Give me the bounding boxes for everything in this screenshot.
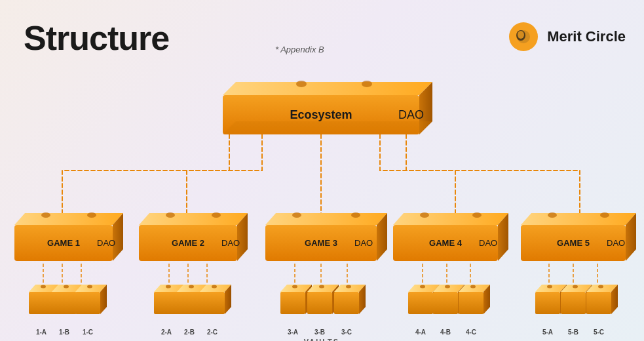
svg-point-50 bbox=[41, 285, 46, 289]
svg-marker-34 bbox=[393, 213, 508, 225]
svg-point-22 bbox=[166, 212, 175, 218]
svg-rect-47 bbox=[29, 292, 54, 314]
svg-point-85 bbox=[319, 285, 324, 289]
svg-text:GAME 3: GAME 3 bbox=[305, 238, 337, 248]
svg-text:2-B: 2-B bbox=[184, 329, 195, 336]
svg-text:5-A: 5-A bbox=[542, 329, 553, 336]
svg-point-90 bbox=[346, 285, 351, 289]
svg-text:5-C: 5-C bbox=[594, 329, 604, 336]
svg-point-36 bbox=[420, 212, 429, 218]
svg-point-44 bbox=[600, 212, 609, 218]
svg-text:DAO: DAO bbox=[398, 108, 424, 121]
brand-logo: Merit Circle bbox=[508, 21, 626, 52]
svg-point-115 bbox=[573, 285, 578, 289]
svg-rect-62 bbox=[154, 292, 179, 314]
appendix-note: * Appendix B bbox=[275, 45, 324, 54]
svg-point-110 bbox=[547, 285, 552, 289]
svg-point-30 bbox=[351, 212, 360, 218]
svg-text:DAO: DAO bbox=[607, 238, 625, 248]
svg-marker-13 bbox=[14, 213, 123, 225]
svg-point-3 bbox=[518, 31, 524, 39]
svg-point-120 bbox=[598, 285, 603, 289]
svg-text:2-C: 2-C bbox=[207, 329, 218, 336]
svg-point-100 bbox=[445, 285, 450, 289]
svg-point-75 bbox=[212, 285, 217, 289]
svg-marker-5 bbox=[223, 82, 432, 95]
svg-text:DAO: DAO bbox=[479, 238, 497, 248]
svg-rect-57 bbox=[75, 292, 100, 314]
svg-text:DAO: DAO bbox=[221, 238, 240, 248]
svg-point-95 bbox=[420, 285, 425, 289]
svg-point-105 bbox=[470, 285, 476, 289]
svg-text:3-C: 3-C bbox=[341, 329, 352, 336]
svg-text:GAME 1: GAME 1 bbox=[47, 238, 80, 248]
svg-rect-112 bbox=[561, 292, 586, 314]
svg-rect-92 bbox=[408, 292, 433, 314]
svg-text:4-A: 4-A bbox=[415, 329, 426, 336]
svg-rect-117 bbox=[586, 292, 611, 314]
svg-point-80 bbox=[292, 285, 297, 289]
svg-point-70 bbox=[189, 285, 194, 289]
svg-text:4-B: 4-B bbox=[440, 329, 451, 336]
svg-rect-52 bbox=[52, 292, 77, 314]
svg-text:VAULTS: VAULTS bbox=[304, 338, 339, 341]
merit-circle-icon bbox=[508, 21, 539, 52]
svg-point-16 bbox=[87, 212, 96, 218]
svg-point-43 bbox=[548, 212, 557, 218]
svg-point-8 bbox=[296, 81, 307, 87]
svg-text:GAME 5: GAME 5 bbox=[557, 238, 590, 248]
svg-rect-72 bbox=[200, 292, 225, 314]
svg-point-15 bbox=[41, 212, 50, 218]
svg-rect-77 bbox=[280, 292, 305, 314]
svg-rect-97 bbox=[433, 292, 458, 314]
svg-point-9 bbox=[362, 81, 372, 87]
svg-marker-20 bbox=[139, 213, 248, 225]
svg-text:1-C: 1-C bbox=[83, 329, 93, 336]
svg-text:1-B: 1-B bbox=[59, 329, 69, 336]
svg-marker-41 bbox=[521, 213, 636, 225]
svg-point-55 bbox=[64, 285, 69, 289]
svg-text:GAME 4: GAME 4 bbox=[429, 238, 463, 248]
svg-text:1-A: 1-A bbox=[36, 329, 47, 336]
svg-rect-102 bbox=[459, 292, 483, 314]
svg-rect-107 bbox=[535, 292, 560, 314]
svg-text:3-B: 3-B bbox=[314, 329, 325, 336]
svg-point-37 bbox=[472, 212, 482, 218]
svg-point-29 bbox=[292, 212, 301, 218]
svg-point-65 bbox=[166, 285, 171, 289]
page-title: Structure bbox=[24, 18, 169, 58]
svg-text:Ecosystem: Ecosystem bbox=[290, 108, 352, 121]
svg-text:2-A: 2-A bbox=[161, 329, 172, 336]
svg-text:DAO: DAO bbox=[354, 238, 373, 248]
svg-text:GAME 2: GAME 2 bbox=[172, 238, 204, 248]
svg-marker-27 bbox=[265, 213, 387, 225]
diagram-svg: Ecosystem DAO GAME 1 DAO GAME 2 DAO GAME… bbox=[0, 75, 644, 341]
svg-marker-7 bbox=[223, 121, 432, 134]
svg-rect-87 bbox=[334, 292, 359, 314]
svg-rect-67 bbox=[177, 292, 202, 314]
svg-text:4-C: 4-C bbox=[466, 329, 476, 336]
svg-text:5-B: 5-B bbox=[568, 329, 578, 336]
svg-rect-82 bbox=[307, 292, 332, 314]
svg-point-23 bbox=[212, 212, 221, 218]
svg-text:DAO: DAO bbox=[97, 238, 115, 248]
svg-text:3-A: 3-A bbox=[288, 329, 298, 336]
svg-point-60 bbox=[87, 285, 92, 289]
brand-name: Merit Circle bbox=[547, 28, 626, 45]
